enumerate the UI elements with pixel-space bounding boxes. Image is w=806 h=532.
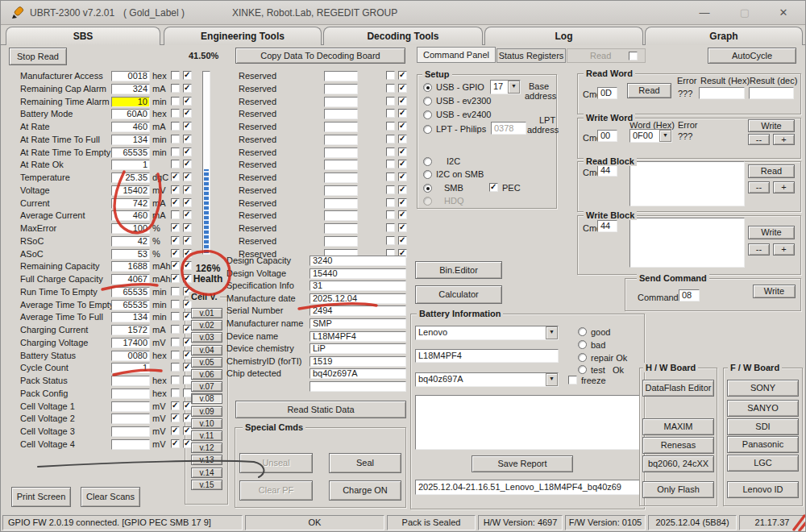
reserved-log-checkbox[interactable] bbox=[386, 109, 395, 118]
param-read-checkbox[interactable] bbox=[183, 198, 192, 207]
reserved-value-field[interactable] bbox=[324, 148, 358, 158]
usb-ev2300-radio[interactable] bbox=[423, 97, 432, 106]
cellv-button[interactable]: v.14 bbox=[191, 468, 222, 478]
result-dec-field[interactable] bbox=[749, 87, 794, 99]
reserved-read-checkbox[interactable] bbox=[398, 71, 407, 80]
param-read-checkbox[interactable] bbox=[183, 135, 192, 143]
param-log-checkbox[interactable] bbox=[171, 172, 180, 181]
reserved-read-checkbox[interactable] bbox=[398, 84, 407, 93]
reserved-value-field[interactable] bbox=[324, 97, 358, 107]
fw-board-button[interactable]: Lenovo ID bbox=[727, 481, 799, 498]
param-log-checkbox[interactable] bbox=[171, 401, 180, 410]
param-read-checkbox[interactable] bbox=[183, 236, 192, 245]
maximize-icon[interactable]: ▢ bbox=[734, 3, 755, 22]
hw-board-button[interactable]: bq2060, 24cXX bbox=[642, 455, 714, 472]
base-address-select[interactable]: 17 bbox=[490, 80, 521, 94]
param-read-checkbox[interactable] bbox=[183, 71, 192, 80]
chevron-down-icon[interactable] bbox=[508, 81, 520, 94]
hw-board-button[interactable]: Only Flash bbox=[642, 481, 714, 498]
reserved-read-checkbox[interactable] bbox=[398, 198, 407, 207]
autocycle-button[interactable]: AutoCycle bbox=[708, 48, 796, 64]
param-value-field[interactable]: 4067 bbox=[111, 274, 150, 285]
reserved-log-checkbox[interactable] bbox=[386, 198, 395, 207]
reserved-read-checkbox[interactable] bbox=[398, 172, 407, 181]
battery-condition-radio[interactable] bbox=[578, 365, 587, 374]
read-word-read-button[interactable]: Read bbox=[627, 83, 671, 98]
param-value-field[interactable]: 1688 bbox=[111, 261, 150, 272]
reserved-read-checkbox[interactable] bbox=[398, 148, 407, 156]
param-value-field[interactable]: 0018 bbox=[111, 71, 150, 81]
reserved-read-checkbox[interactable] bbox=[398, 160, 407, 168]
param-value-field[interactable]: 53 bbox=[111, 249, 150, 260]
word-hex-select[interactable]: 0F00 bbox=[629, 129, 672, 143]
param-value-field[interactable]: 1 bbox=[111, 363, 150, 373]
battery-notes-area[interactable] bbox=[415, 395, 640, 450]
param-read-checkbox[interactable] bbox=[183, 97, 192, 106]
reserved-log-checkbox[interactable] bbox=[386, 97, 395, 106]
reserved-log-checkbox[interactable] bbox=[386, 236, 395, 245]
param-value-field[interactable]: 25.35 bbox=[111, 172, 150, 183]
param-read-checkbox[interactable] bbox=[183, 109, 192, 118]
battery-chip-select[interactable]: bq40z697A bbox=[415, 372, 559, 387]
param-value-field[interactable]: 65535 bbox=[111, 148, 150, 158]
i2c-on-smb-radio[interactable] bbox=[423, 170, 432, 179]
fw-board-button[interactable]: SANYO bbox=[727, 400, 799, 417]
reserved-value-field[interactable] bbox=[324, 160, 358, 170]
static-field-value[interactable] bbox=[310, 381, 406, 392]
param-read-checkbox[interactable] bbox=[183, 160, 192, 168]
cellv-button[interactable]: v.11 bbox=[191, 430, 222, 441]
read-checkbox[interactable] bbox=[629, 52, 638, 60]
reserved-log-checkbox[interactable] bbox=[386, 71, 395, 80]
write-block-data-area[interactable] bbox=[629, 218, 745, 268]
reserved-value-field[interactable] bbox=[324, 223, 358, 234]
usb-ev2400-radio[interactable] bbox=[423, 110, 432, 119]
cellv-button[interactable]: v.07 bbox=[191, 381, 222, 392]
param-value-field[interactable]: 460 bbox=[111, 210, 150, 221]
fw-board-button[interactable]: SDI bbox=[727, 418, 799, 435]
write-block-minus-button[interactable]: -- bbox=[748, 243, 770, 256]
param-value-field[interactable]: 10 bbox=[111, 97, 150, 107]
param-log-checkbox[interactable] bbox=[171, 236, 180, 245]
reserved-value-field[interactable] bbox=[324, 109, 358, 119]
param-log-checkbox[interactable] bbox=[171, 312, 180, 321]
param-log-checkbox[interactable] bbox=[171, 274, 180, 283]
param-log-checkbox[interactable] bbox=[171, 287, 180, 296]
read-block-cmd-field[interactable]: 44 bbox=[597, 164, 617, 177]
chevron-down-icon[interactable] bbox=[546, 326, 558, 339]
chevron-down-icon[interactable] bbox=[659, 130, 671, 142]
reserved-read-checkbox[interactable] bbox=[398, 122, 407, 131]
battery-condition-radio[interactable] bbox=[578, 340, 587, 349]
read-block-minus-button[interactable]: -- bbox=[748, 181, 770, 193]
tab-sbs[interactable]: SBS bbox=[6, 27, 160, 45]
lpt-address-field[interactable]: 0378 bbox=[491, 122, 526, 135]
param-log-checkbox[interactable] bbox=[171, 300, 180, 309]
i2c-radio[interactable] bbox=[423, 157, 432, 166]
param-value-field[interactable]: 65535 bbox=[111, 300, 150, 310]
freeze-checkbox[interactable] bbox=[568, 376, 577, 384]
send-command-write-button[interactable]: Write bbox=[753, 285, 796, 298]
static-field-value[interactable]: 1519 bbox=[310, 356, 406, 367]
reserved-value-field[interactable] bbox=[324, 135, 358, 145]
write-word-plus-button[interactable]: + bbox=[773, 134, 795, 145]
reserved-read-checkbox[interactable] bbox=[398, 109, 407, 118]
write-word-minus-button[interactable]: -- bbox=[748, 134, 770, 145]
fw-board-button[interactable]: SONY bbox=[727, 380, 799, 397]
tab-graph[interactable]: Graph bbox=[645, 27, 803, 45]
cellv-button[interactable]: v.15 bbox=[191, 480, 222, 490]
copy-data-button[interactable]: Copy Data To Decoding Board bbox=[235, 48, 405, 64]
reserved-value-field[interactable] bbox=[324, 198, 358, 209]
cellv-button[interactable]: v.06 bbox=[191, 369, 222, 380]
param-log-checkbox[interactable] bbox=[171, 122, 180, 131]
seal-button[interactable]: Seal bbox=[329, 453, 401, 473]
fw-board-button[interactable]: Panasonic bbox=[727, 436, 799, 453]
write-word-write-button[interactable]: Write bbox=[748, 119, 795, 132]
param-log-checkbox[interactable] bbox=[171, 71, 180, 80]
param-value-field[interactable]: 460 bbox=[111, 122, 150, 132]
reserved-value-field[interactable] bbox=[324, 185, 358, 196]
hdq-radio[interactable] bbox=[423, 197, 432, 206]
reserved-log-checkbox[interactable] bbox=[386, 135, 395, 143]
param-value-field[interactable] bbox=[111, 426, 150, 437]
param-log-checkbox[interactable] bbox=[171, 198, 180, 207]
param-read-checkbox[interactable] bbox=[183, 84, 192, 93]
param-log-checkbox[interactable] bbox=[171, 376, 180, 384]
